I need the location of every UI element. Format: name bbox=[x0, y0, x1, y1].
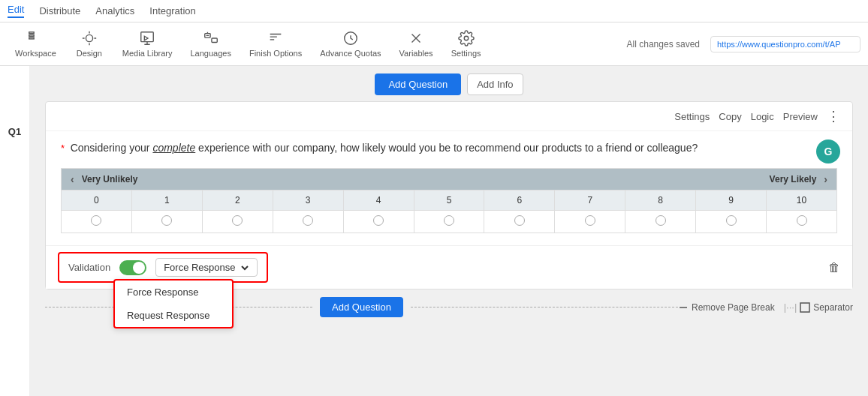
settings-link[interactable]: Settings bbox=[674, 111, 710, 122]
scale-radio-2[interactable] bbox=[202, 211, 273, 233]
design-icon bbox=[81, 30, 98, 46]
dropdown-label: Force Response bbox=[164, 262, 235, 273]
separator-link[interactable]: Separator bbox=[800, 302, 853, 313]
toolbar-finish-options[interactable]: Finish Options bbox=[242, 27, 309, 61]
nav-distribute[interactable]: Distribute bbox=[39, 5, 80, 16]
scale-radio-7[interactable] bbox=[555, 211, 625, 233]
variables-icon bbox=[408, 30, 424, 46]
toolbar-advance-quotas[interactable]: Advance Quotas bbox=[312, 27, 388, 61]
nav-edit[interactable]: Edit bbox=[8, 4, 24, 18]
finish-options-icon bbox=[267, 30, 284, 46]
scale-val-9: 9 bbox=[696, 190, 767, 211]
scale-val-2: 2 bbox=[202, 190, 273, 211]
svg-rect-9 bbox=[800, 303, 809, 312]
required-star: * bbox=[61, 142, 65, 154]
remove-page-break-link[interactable]: Remove Page Break bbox=[678, 302, 775, 313]
add-info-button[interactable]: Add Info bbox=[467, 74, 523, 95]
languages-icon bbox=[203, 30, 219, 46]
validation-label: Validation bbox=[68, 262, 110, 273]
workspace-icon bbox=[27, 30, 44, 46]
scale-val-0: 0 bbox=[62, 190, 132, 211]
scale-radio-5[interactable] bbox=[414, 211, 484, 233]
toggle-switch[interactable] bbox=[119, 260, 146, 275]
scale-val-4: 4 bbox=[343, 190, 414, 211]
toolbar-media-library[interactable]: Media Library bbox=[115, 27, 180, 61]
settings-icon bbox=[458, 30, 475, 46]
copy-link[interactable]: Copy bbox=[719, 111, 741, 122]
scale-val-5: 5 bbox=[414, 190, 484, 211]
scale-val-6: 6 bbox=[484, 190, 555, 211]
scale-val-7: 7 bbox=[555, 190, 625, 211]
scale-radio-3[interactable] bbox=[273, 211, 343, 233]
question-card-actions: Settings Copy Logic Preview ⋮ bbox=[46, 102, 852, 131]
add-question-bottom-button[interactable]: Add Question bbox=[320, 297, 403, 317]
delete-question-icon[interactable]: 🗑 bbox=[828, 261, 840, 274]
svg-point-3 bbox=[86, 34, 92, 41]
logic-link[interactable]: Logic bbox=[751, 111, 774, 122]
scale-nav-right[interactable]: › bbox=[824, 173, 827, 185]
main-area: Q1 Add Question Add Info Settings Copy L… bbox=[0, 66, 868, 396]
scale-val-10: 10 bbox=[767, 190, 837, 211]
scale-left-label: Very Unlikely bbox=[82, 174, 138, 184]
preview-link[interactable]: Preview bbox=[783, 111, 818, 122]
add-question-top-button[interactable]: Add Question bbox=[375, 74, 461, 95]
scale-radio-9[interactable] bbox=[696, 211, 767, 233]
scale-val-1: 1 bbox=[131, 190, 202, 211]
question-text-underline: complete bbox=[152, 142, 195, 154]
toolbar-design[interactable]: Design bbox=[67, 27, 112, 61]
remove-page-break-icon bbox=[678, 302, 689, 313]
svg-rect-1 bbox=[29, 34, 34, 36]
chevron-down-icon bbox=[240, 263, 249, 272]
svg-rect-4 bbox=[141, 32, 154, 42]
scale-radio-8[interactable] bbox=[625, 211, 696, 233]
media-library-icon bbox=[139, 30, 155, 46]
dropdown-option-force-response[interactable]: Force Response bbox=[115, 280, 232, 304]
dropdown-option-request-response[interactable]: Request Response bbox=[115, 304, 232, 327]
dashed-line-right bbox=[411, 307, 678, 308]
survey-url[interactable]: https://www.questionpro.com/t/AP bbox=[710, 36, 860, 52]
validation-bar: Validation Force Response Force Response… bbox=[46, 245, 852, 289]
scale-radio-0[interactable] bbox=[62, 211, 132, 233]
svg-rect-2 bbox=[29, 38, 34, 39]
scale-radio-1[interactable] bbox=[131, 211, 202, 233]
svg-point-8 bbox=[464, 36, 469, 40]
scale-radio-6[interactable] bbox=[484, 211, 555, 233]
divider: |···| bbox=[784, 302, 797, 313]
scale-table: ‹ Very Unlikely Very Likely › 0 bbox=[61, 168, 837, 233]
scale-radio-4[interactable] bbox=[343, 211, 414, 233]
question-text-after: experience with our company, how likely … bbox=[195, 142, 698, 154]
svg-rect-0 bbox=[29, 32, 34, 34]
toolbar-languages[interactable]: Languages bbox=[182, 27, 238, 61]
more-options-icon[interactable]: ⋮ bbox=[827, 108, 840, 124]
question-card: Settings Copy Logic Preview ⋮ * Consider… bbox=[45, 101, 853, 290]
scale-right-label: Very Likely bbox=[770, 174, 817, 184]
toolbar-variables[interactable]: Variables bbox=[392, 27, 441, 61]
content-area: Add Question Add Info Settings Copy Logi… bbox=[30, 66, 868, 396]
grader-icon[interactable]: G bbox=[816, 140, 840, 164]
validation-toggle[interactable] bbox=[119, 260, 146, 275]
separator-icon bbox=[800, 302, 810, 313]
toolbar-workspace[interactable]: Workspace bbox=[8, 27, 64, 61]
scale-val-8: 8 bbox=[625, 190, 696, 211]
question-text-before: Considering your bbox=[71, 142, 153, 154]
top-nav: Edit Distribute Analytics Integration bbox=[0, 0, 868, 22]
toggle-knob bbox=[133, 262, 145, 274]
force-response-dropdown[interactable]: Force Response bbox=[155, 258, 257, 277]
dropdown-menu: Force Response Request Response bbox=[113, 279, 234, 328]
left-sidebar: Q1 bbox=[0, 66, 30, 396]
scale-radio-10[interactable] bbox=[767, 211, 837, 233]
nav-integration[interactable]: Integration bbox=[149, 5, 195, 16]
question-text: Considering your complete experience wit… bbox=[71, 142, 698, 154]
toolbar: Workspace Design Media Library Languages… bbox=[0, 22, 868, 66]
question-number: Q1 bbox=[8, 126, 21, 137]
toolbar-settings[interactable]: Settings bbox=[444, 27, 489, 61]
question-body: * Considering your complete experience w… bbox=[46, 131, 852, 245]
svg-rect-6 bbox=[212, 38, 217, 43]
validation-outline: Validation Force Response Force Response… bbox=[58, 252, 268, 283]
advance-quotas-icon bbox=[342, 30, 359, 46]
nav-analytics[interactable]: Analytics bbox=[95, 5, 134, 16]
scale-val-3: 3 bbox=[273, 190, 343, 211]
top-action-bar: Add Question Add Info bbox=[45, 74, 853, 95]
save-status: All changes saved bbox=[627, 39, 700, 50]
